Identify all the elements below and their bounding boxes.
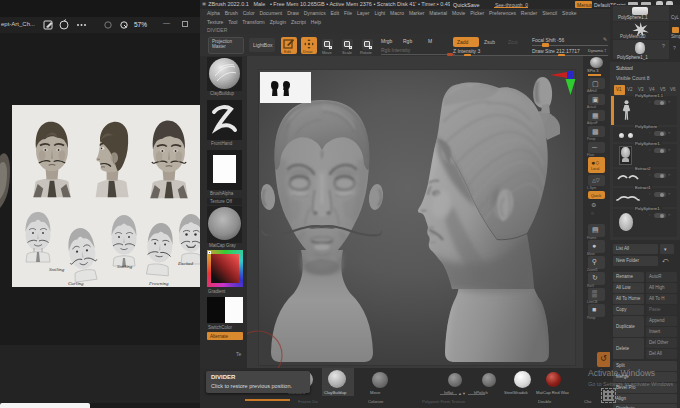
svg-text:Curling: Curling (68, 281, 84, 286)
svg-text:S̄‍miling: S̄‍miling (49, 267, 65, 272)
svg-text:Frowning: Frowning (148, 281, 169, 286)
svg-text:Smiling: Smiling (117, 264, 133, 269)
svg-text:Excited: Excited (177, 261, 193, 266)
